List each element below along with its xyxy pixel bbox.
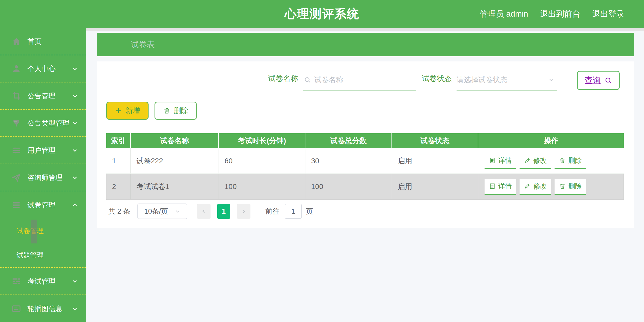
sidebar-item-home[interactable]: 首页 bbox=[0, 28, 86, 55]
goto-label: 前往 bbox=[265, 207, 279, 216]
detail-button[interactable]: 详情 bbox=[485, 179, 516, 195]
chevron-up-icon bbox=[72, 202, 78, 208]
chevron-down-icon bbox=[72, 120, 78, 127]
edit-button-label: 修改 bbox=[533, 156, 547, 165]
admin-user-label: 管理员 admin bbox=[480, 9, 528, 19]
sidebar-item-label: 公告类型管理 bbox=[27, 118, 69, 128]
col-header-duration: 考试时长(分钟) bbox=[219, 133, 305, 148]
app-root: 心理测评系统 管理员 admin 退出到前台 退出登录 首页 个人中心 bbox=[0, 0, 644, 322]
detail-button-label: 详情 bbox=[498, 182, 512, 191]
chevron-down-icon bbox=[72, 278, 78, 285]
col-header-name: 试卷名称 bbox=[131, 133, 219, 148]
chevron-down-icon bbox=[72, 93, 78, 99]
page-unit-label: 页 bbox=[306, 207, 313, 216]
cell-actions: 详情 修改 删除 bbox=[478, 148, 624, 173]
cell-name: 试卷222 bbox=[131, 148, 219, 173]
chevron-down-icon bbox=[72, 147, 78, 154]
sidebar-item-label: 考试管理 bbox=[27, 277, 55, 286]
app-title: 心理测评系统 bbox=[285, 6, 359, 22]
page-size-select[interactable]: 10条/页 bbox=[137, 204, 187, 219]
delete-row-button[interactable]: 删除 bbox=[555, 179, 586, 195]
detail-button-label: 详情 bbox=[498, 156, 512, 165]
pagination: 共 2 条 10条/页 1 前往 页 bbox=[108, 204, 313, 219]
delete-row-button-label: 删除 bbox=[568, 156, 582, 165]
table-row: 2 考试试卷1 100 100 启用 详情 bbox=[106, 174, 624, 200]
page-banner: 试卷表 bbox=[97, 33, 634, 56]
card-icon bbox=[11, 304, 21, 314]
select-placeholder: 请选择试卷状态 bbox=[457, 75, 548, 85]
total-count-label: 共 2 条 bbox=[108, 207, 130, 216]
sliders-icon bbox=[11, 145, 21, 155]
delete-button-label: 删除 bbox=[174, 106, 188, 116]
col-header-score: 试卷总分数 bbox=[305, 133, 392, 148]
delete-button[interactable]: 删除 bbox=[155, 102, 197, 120]
table-header-row: 索引 试卷名称 考试时长(分钟) 试卷总分数 试卷状态 操作 bbox=[106, 133, 624, 148]
cell-name: 考试试卷1 bbox=[131, 174, 219, 199]
cell-status: 启用 bbox=[392, 174, 478, 199]
edit-button[interactable]: 修改 bbox=[520, 153, 551, 169]
cell-index: 1 bbox=[106, 148, 131, 173]
col-header-index: 索引 bbox=[106, 133, 131, 148]
col-header-status: 试卷状态 bbox=[392, 133, 478, 148]
user-icon bbox=[11, 64, 21, 74]
cell-duration: 60 bbox=[219, 148, 305, 173]
sidebar-item-users[interactable]: 用户管理 bbox=[0, 137, 86, 164]
chevron-down-icon bbox=[72, 174, 78, 181]
query-button[interactable]: 查询 bbox=[577, 71, 620, 90]
sidebar-item-label: 公告管理 bbox=[27, 91, 55, 101]
menu-icon bbox=[11, 200, 21, 210]
sidebar-subitem-paper-management[interactable]: 试卷管理 bbox=[0, 219, 86, 243]
page-title: 试卷表 bbox=[131, 39, 155, 50]
delete-row-button-label: 删除 bbox=[568, 182, 582, 191]
sidebar-item-label: 个人中心 bbox=[27, 64, 55, 73]
trash-icon bbox=[559, 157, 566, 164]
sidebar-scrollbar-thumb[interactable] bbox=[31, 220, 37, 243]
col-header-actions: 操作 bbox=[478, 133, 624, 148]
query-button-label: 查询 bbox=[585, 75, 601, 86]
chevron-down-icon bbox=[72, 305, 78, 312]
sidebar-item-label: 用户管理 bbox=[27, 146, 55, 155]
prev-page-button[interactable] bbox=[197, 204, 211, 219]
sidebar-item-label: 咨询师管理 bbox=[27, 173, 62, 182]
sidebar-item-carousel[interactable]: 轮播图信息 bbox=[0, 295, 86, 322]
paper-plane-icon bbox=[11, 173, 21, 183]
list-icon bbox=[11, 276, 21, 286]
submenu-item-label: 试题管理 bbox=[17, 251, 44, 260]
sidebar-item-announcement-types[interactable]: 公告类型管理 bbox=[0, 110, 86, 137]
cell-score: 30 bbox=[305, 148, 392, 173]
delete-row-button[interactable]: 删除 bbox=[555, 153, 586, 169]
top-header: 心理测评系统 管理员 admin 退出到前台 退出登录 bbox=[0, 0, 644, 28]
sidebar-item-profile[interactable]: 个人中心 bbox=[0, 55, 86, 82]
detail-button[interactable]: 详情 bbox=[485, 153, 516, 169]
exit-to-front-link[interactable]: 退出到前台 bbox=[540, 9, 580, 19]
sidebar-item-papers-group[interactable]: 试卷管理 bbox=[0, 191, 86, 219]
paper-status-select[interactable]: 请选择试卷状态 bbox=[457, 71, 557, 90]
edit-button-label: 修改 bbox=[533, 182, 547, 191]
search-form: 试卷名称 试卷状态 请选择试卷状态 查询 bbox=[268, 71, 620, 90]
next-page-button[interactable] bbox=[237, 204, 250, 219]
logout-link[interactable]: 退出登录 bbox=[592, 9, 624, 19]
sidebar-subitem-question-management[interactable]: 试题管理 bbox=[0, 243, 86, 268]
sidebar-item-counselors[interactable]: 咨询师管理 bbox=[0, 164, 86, 191]
main-content: 试卷表 试卷名称 试卷状态 请选择试卷状态 bbox=[86, 28, 644, 322]
edit-button[interactable]: 修改 bbox=[520, 179, 551, 195]
paper-name-input[interactable] bbox=[314, 75, 416, 84]
page-number-button[interactable]: 1 bbox=[217, 204, 230, 219]
cell-status: 启用 bbox=[392, 148, 478, 173]
add-button[interactable]: 新增 bbox=[106, 102, 149, 120]
submenu-item-label: 试卷管理 bbox=[17, 226, 44, 235]
sidebar-item-exams[interactable]: 考试管理 bbox=[0, 268, 86, 295]
chevron-left-icon bbox=[201, 208, 207, 214]
paper-name-field[interactable] bbox=[303, 71, 416, 90]
paper-name-label: 试卷名称 bbox=[268, 73, 298, 84]
page-size-value: 10条/页 bbox=[144, 207, 168, 216]
crop-icon bbox=[11, 91, 21, 101]
add-button-label: 新增 bbox=[125, 106, 140, 116]
chevron-right-icon bbox=[241, 208, 247, 214]
goto-page-input[interactable] bbox=[285, 204, 302, 219]
header-divider bbox=[86, 28, 644, 31]
sidebar-item-announcements[interactable]: 公告管理 bbox=[0, 82, 86, 110]
cell-duration: 100 bbox=[219, 174, 305, 199]
search-icon bbox=[604, 76, 612, 84]
sidebar-item-label: 轮播图信息 bbox=[27, 304, 62, 313]
